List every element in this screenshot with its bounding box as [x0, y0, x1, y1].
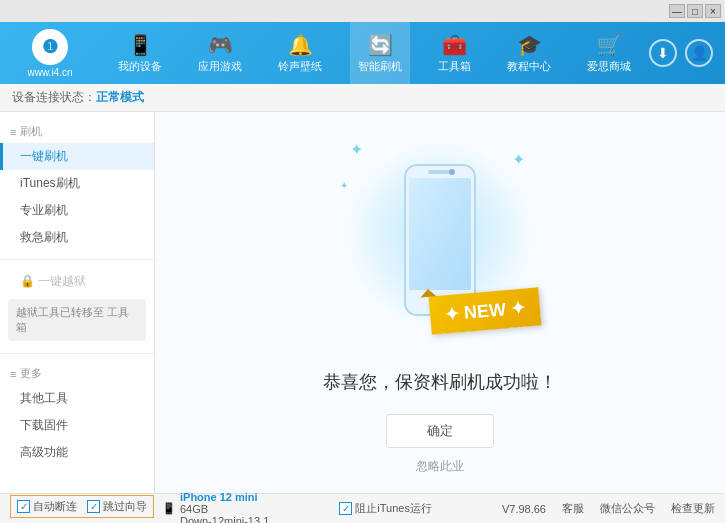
nav-mall-label: 爱思商城: [587, 59, 631, 74]
sidebar-other-tools-label: 其他工具: [20, 391, 68, 405]
svg-point-5: [449, 169, 455, 175]
smart-flash-icon: 🔄: [368, 33, 393, 57]
sidebar-section-flash-label: 刷机: [20, 124, 42, 139]
nav-items: 📱 我的设备 🎮 应用游戏 🔔 铃声壁纸 🔄 智能刷机 🧰 工具箱 🎓 教程中心…: [100, 22, 649, 84]
success-message: 恭喜您，保资料刷机成功啦！: [323, 370, 557, 394]
main-layout: ≡ 刷机 一键刷机 iTunes刷机 专业刷机 救急刷机 🔒 一键越狱: [0, 112, 725, 493]
download-btn[interactable]: ⬇: [649, 39, 677, 67]
sidebar-itunes-label: iTunes刷机: [20, 176, 80, 190]
sidebar-section-flash-header: ≡ 刷机: [0, 120, 154, 143]
ignore-link[interactable]: 忽略此业: [416, 458, 464, 475]
sidebar-one-click-label: 一键刷机: [20, 149, 68, 163]
app-game-icon: 🎮: [208, 33, 233, 57]
header: ❶ www.i4.cn 📱 我的设备 🎮 应用游戏 🔔 铃声壁纸 🔄 智能刷机 …: [0, 22, 725, 84]
toolbox-icon: 🧰: [442, 33, 467, 57]
nav-toolbox[interactable]: 🧰 工具箱: [430, 22, 479, 84]
nav-tutorial[interactable]: 🎓 教程中心: [499, 22, 559, 84]
nav-tutorial-label: 教程中心: [507, 59, 551, 74]
checkbox-area: ✓ 自动断连 ✓ 跳过向导: [10, 495, 154, 518]
sidebar-item-other-tools[interactable]: 其他工具: [0, 385, 154, 412]
wizard-text: 跳过向导: [103, 499, 147, 514]
mall-icon: 🛒: [597, 33, 622, 57]
itunes-control: ✓ 阻止iTunes运行: [339, 501, 432, 516]
sidebar-section-more-header: ≡ 更多: [0, 362, 154, 385]
status-value: 正常模式: [96, 89, 144, 106]
sidebar-section-flash: ≡ 刷机 一键刷机 iTunes刷机 专业刷机 救急刷机: [0, 116, 154, 255]
nav-mall[interactable]: 🛒 爱思商城: [579, 22, 639, 84]
nav-my-device-label: 我的设备: [118, 59, 162, 74]
tutorial-icon: 🎓: [517, 33, 542, 57]
service-link[interactable]: 客服: [562, 501, 584, 516]
phone-illustration: ✦ ✦ ✦ ✦ NEW ✦: [340, 130, 540, 350]
version-label: V7.98.66: [502, 503, 546, 515]
sidebar-item-download-firmware[interactable]: 下载固件: [0, 412, 154, 439]
bottom-right: V7.98.66 客服 微信公众号 检查更新: [502, 501, 715, 516]
status-label: 设备连接状态：: [12, 89, 96, 106]
sidebar-item-pro[interactable]: 专业刷机: [0, 197, 154, 224]
itunes-checkbox[interactable]: ✓: [339, 502, 352, 515]
wizard-checkbox[interactable]: ✓: [87, 500, 100, 513]
nav-smart-flash[interactable]: 🔄 智能刷机: [350, 22, 410, 84]
sidebar-save-label: 救急刷机: [20, 230, 68, 244]
nav-ringtone-label: 铃声壁纸: [278, 59, 322, 74]
bottom-bar: ✓ 自动断连 ✓ 跳过向导 📱 iPhone 12 mini 64GB Down…: [0, 493, 725, 523]
itunes-checkbox-label[interactable]: ✓ 阻止iTunes运行: [339, 501, 432, 516]
sidebar-divider-2: [0, 353, 154, 354]
confirm-button[interactable]: 确定: [386, 414, 494, 448]
sidebar-section-more: ≡ 更多 其他工具 下载固件 高级功能: [0, 358, 154, 470]
wizard-label[interactable]: ✓ 跳过向导: [87, 499, 147, 514]
user-btn[interactable]: 👤: [685, 39, 713, 67]
device-info: 📱 iPhone 12 mini 64GB Down-12mini-13,1: [162, 491, 269, 524]
new-badge: ✦ NEW ✦: [429, 287, 542, 334]
ringtone-icon: 🔔: [288, 33, 313, 57]
update-link[interactable]: 检查更新: [671, 501, 715, 516]
sidebar-pro-label: 专业刷机: [20, 203, 68, 217]
auto-connect-checkbox[interactable]: ✓: [17, 500, 30, 513]
nav-toolbox-label: 工具箱: [438, 59, 471, 74]
nav-app-game-label: 应用游戏: [198, 59, 242, 74]
sidebar-item-save[interactable]: 救急刷机: [0, 224, 154, 251]
sidebar-notice: 越狱工具已转移至 工具箱: [8, 299, 146, 341]
title-bar: — □ ×: [0, 0, 725, 22]
more-section-icon: ≡: [10, 368, 16, 380]
logo-text: www.i4.cn: [27, 67, 72, 78]
sidebar-item-advanced[interactable]: 高级功能: [0, 439, 154, 466]
itunes-label: 阻止iTunes运行: [355, 501, 432, 516]
svg-rect-2: [409, 178, 471, 290]
sidebar-section-jailbreak: 🔒 一键越狱 越狱工具已转移至 工具箱: [0, 264, 154, 349]
sidebar-section-more-label: 更多: [20, 366, 42, 381]
device-model: Down-12mini-13,1: [180, 515, 269, 524]
nav-my-device[interactable]: 📱 我的设备: [110, 22, 170, 84]
close-btn[interactable]: ×: [705, 4, 721, 18]
device-details: iPhone 12 mini 64GB Down-12mini-13,1: [180, 491, 269, 524]
nav-right: ⬇ 👤: [649, 39, 725, 67]
sidebar-item-itunes[interactable]: iTunes刷机: [0, 170, 154, 197]
wechat-link[interactable]: 微信公众号: [600, 501, 655, 516]
auto-connect-text: 自动断连: [33, 499, 77, 514]
sidebar-divider-1: [0, 259, 154, 260]
minimize-btn[interactable]: —: [669, 4, 685, 18]
nav-app-game[interactable]: 🎮 应用游戏: [190, 22, 250, 84]
logo[interactable]: ❶ www.i4.cn: [0, 21, 100, 86]
flash-section-icon: ≡: [10, 126, 16, 138]
content-area: ✦ ✦ ✦ ✦ NEW ✦ 恭喜您，保资料刷机成功啦！ 确定 忽略此业: [155, 112, 725, 493]
svg-rect-4: [428, 170, 452, 174]
sidebar-item-one-click[interactable]: 一键刷机: [0, 143, 154, 170]
nav-ringtone[interactable]: 🔔 铃声壁纸: [270, 22, 330, 84]
status-bar: 设备连接状态： 正常模式: [0, 84, 725, 112]
jailbreak-label: 一键越狱: [38, 274, 86, 288]
bottom-left: ✓ 自动断连 ✓ 跳过向导 📱 iPhone 12 mini 64GB Down…: [10, 491, 269, 524]
my-device-icon: 📱: [128, 33, 153, 57]
nav-smart-flash-label: 智能刷机: [358, 59, 402, 74]
auto-connect-label[interactable]: ✓ 自动断连: [17, 499, 77, 514]
sparkle-3: ✦: [340, 180, 348, 191]
sparkle-1: ✦: [350, 140, 363, 159]
logo-icon: ❶: [32, 29, 68, 65]
sidebar-section-jailbreak-header: 🔒 一键越狱: [0, 268, 154, 295]
sidebar-download-firmware-label: 下载固件: [20, 418, 68, 432]
sidebar-advanced-label: 高级功能: [20, 445, 68, 459]
jailbreak-icon: 🔒: [20, 274, 38, 288]
sparkle-2: ✦: [512, 150, 525, 169]
sidebar: ≡ 刷机 一键刷机 iTunes刷机 专业刷机 救急刷机 🔒 一键越狱: [0, 112, 155, 493]
maximize-btn[interactable]: □: [687, 4, 703, 18]
